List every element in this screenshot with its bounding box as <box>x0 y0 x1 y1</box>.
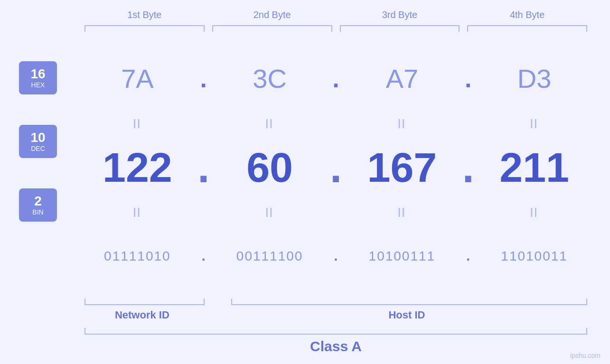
bin-cell-3: 10100111 <box>346 249 459 264</box>
base-labels-column: 16 HEX 10 DEC 2 BIN <box>19 41 81 294</box>
equals-2-1: || <box>81 206 194 217</box>
dec-cell-4: 211 <box>478 143 591 192</box>
byte-header-3: 3rd Byte <box>336 9 464 20</box>
id-labels: Network ID Host ID <box>81 309 591 321</box>
top-brackets <box>19 25 591 32</box>
top-bracket-1 <box>84 25 205 32</box>
values-grid: 7A . 3C . A7 . D3 || || <box>81 41 591 294</box>
dec-dot-1: . <box>194 146 213 189</box>
hex-row: 7A . 3C . A7 . D3 <box>81 41 591 116</box>
class-label: Class A <box>81 338 591 355</box>
bin-cell-2: 00111100 <box>213 249 327 264</box>
bottom-brackets <box>81 299 591 305</box>
hex-cell-3: A7 <box>346 63 459 94</box>
bin-badge: 2 BIN <box>19 188 57 222</box>
class-section: Class A <box>19 328 591 355</box>
equals-2-3: || <box>346 206 459 217</box>
equals-2-4: || <box>478 206 591 217</box>
bin-dot-3: . <box>459 250 478 263</box>
hex-dot-3: . <box>459 66 478 91</box>
bin-dot-2: . <box>327 250 346 263</box>
byte-header-1: 1st Byte <box>81 9 208 20</box>
byte-header-2: 2nd Byte <box>208 9 336 20</box>
watermark: ipshu.com <box>570 352 601 359</box>
bin-row: 01111010 . 00111100 . 10100111 . 1101001… <box>81 219 591 294</box>
hex-badge: 16 HEX <box>19 61 57 94</box>
main-area: 16 HEX 10 DEC 2 BIN 7A . 3C <box>19 41 591 294</box>
bin-cell-4: 11010011 <box>478 249 591 264</box>
equals-1-3: || <box>346 118 459 129</box>
dec-cell-2: 60 <box>213 143 327 192</box>
class-a-bracket <box>84 328 587 335</box>
dec-dot-2: . <box>327 146 346 189</box>
top-bracket-2 <box>212 25 332 32</box>
equals-2-2: || <box>213 206 327 217</box>
top-bracket-3 <box>340 25 460 32</box>
hex-dot-1: . <box>194 66 213 91</box>
top-bracket-4 <box>467 25 587 32</box>
dec-dot-3: . <box>459 146 478 189</box>
host-id-label: Host ID <box>223 309 591 321</box>
hex-cell-4: D3 <box>478 63 591 94</box>
equals-row-2: || || || || <box>81 205 591 219</box>
byte-headers-row: 1st Byte 2nd Byte 3rd Byte 4th Byte <box>19 9 591 20</box>
hex-cell-2: 3C <box>213 63 327 94</box>
equals-1-1: || <box>81 118 194 129</box>
network-bracket <box>84 299 205 305</box>
bin-dot-1: . <box>194 250 213 263</box>
dec-badge: 10 DEC <box>19 125 57 158</box>
dec-cell-1: 122 <box>81 143 194 192</box>
host-bracket <box>231 299 587 305</box>
network-id-label: Network ID <box>81 309 204 321</box>
hex-dot-2: . <box>327 66 346 91</box>
equals-row-1: || || || || <box>81 116 591 130</box>
equals-1-2: || <box>213 118 327 129</box>
bin-cell-1: 01111010 <box>81 249 194 264</box>
bottom-section: Network ID Host ID <box>19 299 591 321</box>
dec-cell-3: 167 <box>346 143 459 192</box>
equals-1-4: || <box>478 118 591 129</box>
dec-row: 122 . 60 . 167 . 211 <box>81 130 591 205</box>
byte-header-4: 4th Byte <box>463 9 591 20</box>
hex-cell-1: 7A <box>81 63 194 94</box>
